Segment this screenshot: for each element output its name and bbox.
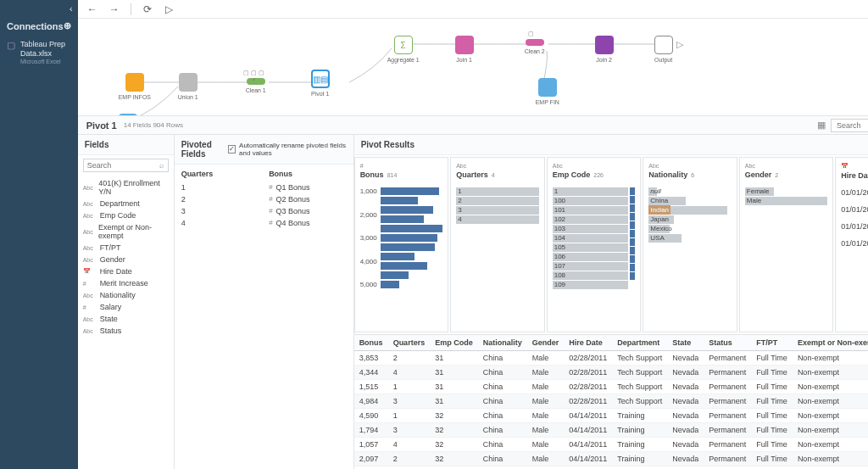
field-item[interactable]: AbcGender (83, 254, 169, 265)
refresh-icon[interactable]: ⟳ (142, 3, 153, 15)
field-item[interactable]: #Salary (83, 301, 169, 313)
table-cell: Nevada (667, 438, 704, 452)
table-cell: China (478, 394, 527, 409)
pivoted-header: Pivoted Fields (181, 140, 225, 159)
column-header[interactable]: Gender (527, 335, 565, 351)
column-header[interactable]: Exempt or Non-exempt (793, 335, 868, 351)
pivot-quarter-item[interactable]: 4 (181, 217, 259, 229)
table-row[interactable]: 4,984331ChinaMale02/28/2011Tech SupportN… (354, 394, 868, 409)
node-clean2[interactable]: ▢Clean 2 (525, 39, 545, 54)
column-header[interactable]: Department (612, 335, 667, 351)
node-clean1[interactable]: ▢ ▢ ▢ ▾Clean 1 (246, 78, 266, 93)
table-cell: 02/28/2011 (564, 380, 612, 394)
column-header[interactable]: FT/PT (751, 335, 793, 351)
pivot-bonus-item[interactable]: #Q2 Bonus (269, 193, 347, 205)
connection-item[interactable]: ▢ Tableau Prep Data.xlsx Microsoft Excel (0, 35, 78, 68)
run-output-icon[interactable]: ▷ (676, 39, 683, 50)
pivot-quarter-item[interactable]: 1 (181, 181, 259, 193)
table-row[interactable]: 1,057432ChinaMale04/14/2011TrainingNevad… (354, 438, 868, 452)
table-row[interactable]: 2,097232ChinaMale04/14/2011TrainingNevad… (354, 452, 868, 466)
back-icon[interactable]: ← (86, 3, 98, 15)
auto-rename-checkbox[interactable]: ✓ (228, 145, 236, 154)
table-cell: Non-exempt (793, 452, 868, 466)
table-cell: China (478, 438, 527, 452)
column-header[interactable]: Quarters (388, 335, 431, 351)
node-join1[interactable]: Join 1 (455, 36, 474, 63)
node-emp-fin[interactable]: EMP FIN (536, 78, 559, 105)
node-pivot[interactable]: ▥▤Pivot 1 (311, 70, 330, 97)
field-item[interactable]: AbcDepartment (83, 198, 169, 209)
field-name: Exempt or Non-exempt (98, 223, 169, 240)
step-search-input[interactable] (831, 119, 868, 132)
field-item[interactable]: AbcExempt or Non-exempt (83, 221, 169, 242)
fields-header: Fields (78, 135, 174, 155)
pivot-bonus-item[interactable]: #Q1 Bonus (269, 181, 347, 193)
table-cell: 4,344 (354, 366, 388, 380)
forward-icon[interactable]: → (108, 3, 120, 15)
field-item[interactable]: AbcEmp Code (83, 209, 169, 221)
table-cell: Tech Support (612, 351, 667, 366)
collapse-icon[interactable]: ‹ (70, 3, 73, 14)
table-cell: China (478, 366, 527, 380)
table-row[interactable]: 3,853231ChinaMale02/28/2011Tech SupportN… (354, 351, 868, 366)
profile-card[interactable]: #Bonus8141,0002,0003,0004,0005,000 (354, 157, 449, 332)
table-cell: 31 (430, 351, 478, 366)
table-row[interactable]: 4,344431ChinaMale02/28/2011Tech SupportN… (354, 366, 868, 380)
table-row[interactable]: 3,115133ChinaMale05/12/2011LegalNevadaPe… (354, 466, 868, 470)
table-cell: 1 (388, 380, 431, 394)
field-item[interactable]: #Merit Increase (83, 277, 169, 289)
node-extra[interactable] (119, 114, 137, 116)
table-cell: China (478, 380, 527, 394)
profile-card[interactable]: 📅Hire Date01/01/200501/01/200901/01/2013… (835, 157, 868, 332)
table-cell: Non-exempt (793, 409, 868, 423)
table-cell: Permanent (704, 366, 751, 380)
table-cell: Non-exempt (793, 380, 868, 394)
column-header[interactable]: Status (704, 335, 751, 351)
table-cell: Permanent (704, 409, 751, 423)
node-union[interactable]: Union 1 (178, 73, 198, 100)
node-aggregate[interactable]: ΣAggregate 1 (387, 36, 420, 63)
profile-card[interactable]: AbcGender2FemaleMale (739, 157, 834, 332)
fields-search-input[interactable] (83, 159, 169, 172)
column-header[interactable]: Emp Code (430, 335, 478, 351)
node-join2[interactable]: Join 2 (595, 36, 614, 63)
table-row[interactable]: 1,515131ChinaMale02/28/2011Tech SupportN… (354, 380, 868, 394)
profile-view-icon[interactable]: ▦ (817, 120, 826, 131)
node-emp-infos[interactable]: EMP INFOS (119, 73, 151, 100)
field-item[interactable]: AbcNationality (83, 289, 169, 301)
column-header[interactable]: Bonus (354, 335, 388, 351)
profile-card[interactable]: AbcQuarters41234 (450, 157, 545, 332)
table-cell: 1,515 (354, 380, 388, 394)
column-header[interactable]: Hire Date (564, 335, 612, 351)
table-cell: Training (612, 409, 667, 423)
column-header[interactable]: Nationality (478, 335, 527, 351)
data-grid[interactable]: BonusQuartersEmp CodeNationalityGenderHi… (354, 335, 868, 469)
field-name: State (100, 315, 118, 323)
column-header[interactable]: State (667, 335, 704, 351)
field-item[interactable]: 📅Hire Date (83, 265, 169, 277)
profile-card[interactable]: AbcEmp Code22611001011021031041051061071… (547, 157, 642, 332)
bullet-icon: # (269, 219, 272, 227)
node-output[interactable]: ▦Output (654, 36, 673, 63)
pivot-bonus-item[interactable]: #Q4 Bonus (269, 217, 347, 229)
table-row[interactable]: 1,794332ChinaMale04/14/2011TrainingNevad… (354, 423, 868, 438)
pivot-quarter-item[interactable]: 2 (181, 193, 259, 205)
field-item[interactable]: Abc401(K) Enrollment Y/N (83, 177, 169, 198)
field-item[interactable]: AbcFT/PT (83, 242, 169, 254)
field-item[interactable]: AbcState (83, 313, 169, 325)
pivot-quarter-item[interactable]: 3 (181, 205, 259, 217)
field-item[interactable]: AbcStatus (83, 325, 169, 337)
table-cell: Tech Support (612, 366, 667, 380)
profile-card[interactable]: AbcNationality6nullChinaIndianJapanMexic… (643, 157, 737, 332)
run-flow-icon[interactable]: ▷ (164, 3, 175, 15)
table-row[interactable]: 4,590132ChinaMale04/14/2011TrainingNevad… (354, 409, 868, 423)
table-cell: Full Time (751, 452, 793, 466)
field-type-icon: Abc (83, 201, 97, 207)
flow-canvas[interactable]: △ EMP INFOS Union 1 ▢ ▢ ▢ ▾Clean 1 ▥▤Piv… (78, 19, 868, 116)
table-cell: Nevada (667, 394, 704, 409)
step-subtitle: 14 Fields 904 Rows (124, 121, 183, 129)
table-cell: China (478, 466, 527, 470)
pivot-bonus-item[interactable]: #Q3 Bonus (269, 205, 347, 217)
file-icon: ▢ (7, 40, 15, 51)
add-connection-icon[interactable]: ⊕ (64, 20, 71, 31)
